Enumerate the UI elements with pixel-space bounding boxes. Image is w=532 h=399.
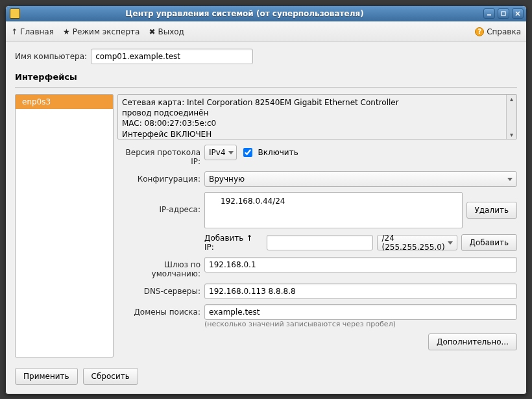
hostname-input[interactable] [91, 49, 253, 64]
netmask-select[interactable]: /24 (255.255.255.0) [377, 235, 457, 250]
titlebar: Центр управления системой (от суперпольз… [6, 6, 526, 21]
enable-label: Включить [258, 148, 298, 157]
hostname-label: Имя компьютера: [15, 52, 87, 61]
interface-item-label: enp0s3 [22, 97, 51, 106]
maximize-button[interactable] [498, 8, 509, 19]
chevron-down-icon [228, 151, 234, 154]
close-button[interactable] [512, 8, 524, 19]
dns-label: DNS-серверы: [117, 284, 200, 296]
toolbar: ↑ Главная ★ Режим эксперта ✖ Выход ? Спр… [6, 21, 526, 42]
help-button[interactable]: ? Справка [475, 27, 521, 36]
interface-list[interactable]: enp0s3 [15, 94, 114, 357]
exit-button[interactable]: ✖ Выход [149, 27, 184, 36]
help-icon: ? [475, 27, 484, 36]
config-selected: Вручную [209, 175, 245, 184]
info-nic: Сетевая карта: Intel Corporation 82540EM… [122, 97, 502, 108]
chevron-down-icon [448, 241, 453, 245]
proto-selected: IPv4 [209, 148, 226, 157]
proto-select[interactable]: IPv4 [204, 145, 237, 160]
reset-button[interactable]: Сбросить [83, 368, 138, 385]
expert-mode-button[interactable]: ★ Режим эксперта [63, 27, 139, 36]
info-wire: провод подсоединён [122, 108, 502, 118]
ips-label: IP-адреса: [117, 192, 200, 214]
exit-label: Выход [158, 27, 184, 36]
add-ip-button[interactable]: Добавить [461, 234, 517, 251]
interfaces-title: Интерфейсы [15, 72, 517, 82]
info-mac: MAC: 08:00:27:03:5e:c0 [122, 118, 502, 128]
add-ip-label: Добавить ↑ IP: [204, 234, 263, 252]
config-select[interactable]: Вручную [204, 171, 517, 187]
info-state: Интерфейс ВКЛЮЧЕН [122, 129, 502, 139]
minimize-button[interactable] [483, 8, 495, 19]
add-ip-input[interactable] [267, 235, 373, 250]
gateway-input[interactable] [204, 257, 517, 272]
scroll-down-icon[interactable]: ▾ [510, 130, 513, 139]
apply-button[interactable]: Применить [15, 368, 78, 385]
ip-entry[interactable]: 192.168.0.44/24 [205, 195, 462, 207]
scrollbar[interactable]: ▴ ▾ [506, 95, 516, 139]
config-label: Конфигурация: [117, 171, 200, 184]
delete-ip-button[interactable]: Удалить [466, 202, 518, 219]
expert-label: Режим эксперта [73, 27, 140, 36]
search-label: Домены поиска: [117, 304, 200, 317]
dns-input[interactable] [204, 284, 517, 299]
gateway-label: Шлюз по умолчанию: [117, 257, 200, 278]
help-label: Справка [487, 27, 521, 36]
arrow-up-icon: ↑ [11, 27, 18, 36]
interface-item[interactable]: enp0s3 [16, 95, 113, 109]
search-domains-input[interactable] [204, 304, 517, 320]
chevron-down-icon [507, 178, 513, 181]
window-title: Центр управления системой (от суперпольз… [6, 9, 483, 18]
svg-rect-1 [502, 12, 505, 16]
star-icon: ★ [63, 27, 70, 36]
interface-info-box: Сетевая карта: Intel Corporation 82540EM… [117, 94, 517, 139]
proto-label: Версия протокола IP: [117, 145, 200, 166]
home-label: Главная [20, 27, 54, 36]
ip-list[interactable]: 192.168.0.44/24 [204, 192, 463, 228]
search-hint: (несколько значений записываются через п… [204, 320, 517, 328]
scroll-up-icon[interactable]: ▴ [510, 95, 513, 103]
advanced-button[interactable]: Дополнительно... [428, 333, 517, 350]
enable-checkbox[interactable] [243, 148, 252, 157]
home-button[interactable]: ↑ Главная [11, 27, 54, 36]
separator [15, 87, 517, 88]
netmask-selected: /24 (255.255.255.0) [381, 234, 444, 252]
exit-icon: ✖ [149, 27, 155, 36]
